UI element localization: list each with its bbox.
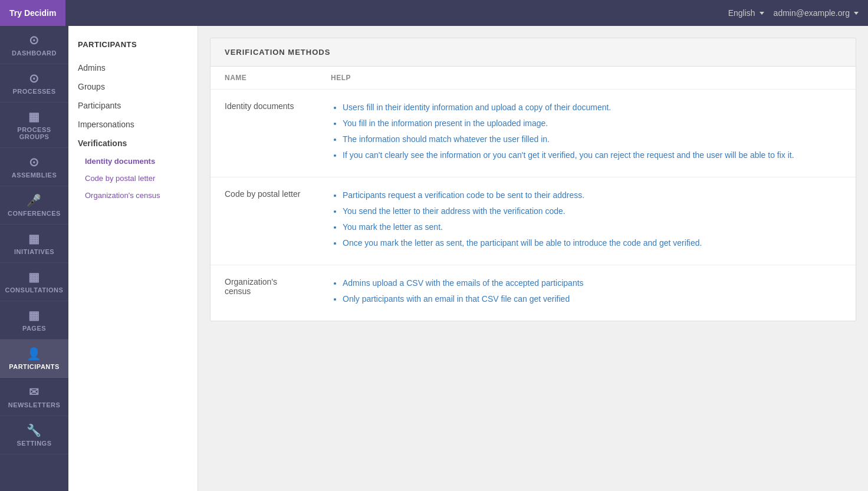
verification-methods-table: NAME HELP Identity documentsUsers fill i… — [211, 67, 856, 321]
topbar: Try Decidim English admin@example.org — [0, 0, 868, 26]
user-email-label: admin@example.org — [774, 8, 850, 18]
help-item: You send the letter to their address wit… — [343, 205, 841, 218]
main-layout: ⊙ DASHBOARD ⊙ PROCESSES ▦ PROCESS GROUPS… — [0, 26, 868, 491]
sidebar-item-label: PAGES — [22, 325, 46, 332]
sub-sidebar-link-admins[interactable]: Admins — [68, 58, 198, 77]
sidebar-item-label: PROCESSES — [13, 88, 56, 95]
help-item: The information should match whatever th… — [343, 133, 841, 146]
sub-sidebar-link-participants[interactable]: Participants — [68, 96, 198, 115]
assemblies-icon: ⊙ — [29, 155, 40, 169]
pages-icon: ▦ — [28, 308, 40, 322]
sidebar-item-label: CONFERENCES — [8, 210, 61, 217]
sub-sidebar-link-organizations-census[interactable]: Organization's census — [68, 187, 198, 204]
sub-sidebar-title: PARTICIPANTS — [68, 35, 198, 58]
col-help: HELP — [317, 67, 856, 90]
verification-methods-panel: VERIFICATION METHODS NAME HELP Identity … — [210, 38, 856, 321]
user-menu[interactable]: admin@example.org — [774, 8, 859, 18]
verification-method-name: Organization's census — [211, 265, 317, 321]
help-item: You fill in the information present in t… — [343, 117, 841, 130]
sub-sidebar-link-impersonations[interactable]: Impersonations — [68, 115, 198, 134]
topbar-left: Try Decidim — [9, 0, 65, 26]
sidebar-item-settings[interactable]: 🔧 SETTINGS — [0, 416, 68, 454]
verification-method-help: Participants request a verification code… — [317, 177, 856, 265]
sidebar-item-label: DASHBOARD — [12, 50, 57, 57]
try-decidim-button[interactable]: Try Decidim — [0, 0, 65, 26]
sidebar-item-initiatives[interactable]: ▦ INITIATIVES — [0, 225, 68, 263]
user-caret-icon — [854, 12, 859, 15]
sidebar-item-label: SETTINGS — [17, 440, 51, 447]
help-item: Users fill in their identity information… — [343, 101, 841, 114]
sidebar-item-label: PROCESS GROUPS — [2, 126, 66, 140]
help-item: If you can't clearly see the information… — [343, 149, 841, 162]
sidebar-item-conferences[interactable]: 🎤 CONFERENCES — [0, 186, 68, 225]
conferences-icon: 🎤 — [27, 193, 42, 207]
help-item: Participants request a verification code… — [343, 189, 841, 202]
sidebar-item-participants[interactable]: 👤 PARTICIPANTS — [0, 340, 68, 378]
sidebar-item-consultations[interactable]: ▦ CONSULTATIONS — [0, 263, 68, 301]
settings-icon: 🔧 — [27, 423, 42, 437]
help-item: Once you mark the letter as sent, the pa… — [343, 237, 841, 249]
content-area: VERIFICATION METHODS NAME HELP Identity … — [198, 26, 868, 491]
help-item: Only participants with an email in that … — [343, 293, 841, 305]
help-item: You mark the letter as sent. — [343, 221, 841, 233]
sidebar-item-label: ASSEMBLIES — [12, 172, 57, 179]
sidebar-item-label: CONSULTATIONS — [5, 286, 64, 294]
table-row: Code by postal letterParticipants reques… — [211, 177, 856, 265]
panel-header: VERIFICATION METHODS — [211, 38, 856, 67]
verification-method-name: Code by postal letter — [211, 177, 317, 265]
sub-sidebar-section-verifications[interactable]: Verifications — [68, 134, 198, 153]
sidebar-item-assemblies[interactable]: ⊙ ASSEMBLIES — [0, 148, 68, 186]
sidebar-item-pages[interactable]: ▦ PAGES — [0, 301, 68, 340]
participants-icon: 👤 — [27, 347, 42, 361]
sidebar-item-dashboard[interactable]: ⊙ DASHBOARD — [0, 26, 68, 64]
sidebar: ⊙ DASHBOARD ⊙ PROCESSES ▦ PROCESS GROUPS… — [0, 26, 68, 491]
help-item: Admins upload a CSV with the emails of t… — [343, 277, 841, 289]
sub-sidebar-link-groups[interactable]: Groups — [68, 77, 198, 96]
table-row: Organization's censusAdmins upload a CSV… — [211, 265, 856, 321]
verification-method-name: Identity documents — [211, 90, 317, 177]
panel-body: NAME HELP Identity documentsUsers fill i… — [211, 67, 856, 321]
processes-icon: ⊙ — [29, 71, 40, 85]
sidebar-item-label: NEWSLETTERS — [8, 401, 61, 408]
sub-sidebar-link-identity-documents[interactable]: Identity documents — [68, 153, 198, 170]
language-selector[interactable]: English — [728, 8, 764, 18]
consultations-icon: ▦ — [28, 270, 40, 284]
process-groups-icon: ▦ — [28, 110, 40, 124]
sidebar-item-newsletters[interactable]: ✉ NEWSLETTERS — [0, 378, 68, 416]
initiatives-icon: ▦ — [28, 232, 40, 246]
verification-method-help: Admins upload a CSV with the emails of t… — [317, 265, 856, 321]
sidebar-item-label: PARTICIPANTS — [9, 363, 60, 370]
newsletters-icon: ✉ — [29, 385, 40, 399]
verification-method-help: Users fill in their identity information… — [317, 90, 856, 177]
sidebar-item-processes[interactable]: ⊙ PROCESSES — [0, 64, 68, 103]
sub-sidebar-link-code-by-postal-letter[interactable]: Code by postal letter — [68, 170, 198, 187]
language-label: English — [728, 8, 755, 18]
sub-sidebar: PARTICIPANTS Admins Groups Participants … — [68, 26, 198, 491]
dashboard-icon: ⊙ — [29, 33, 40, 47]
sidebar-item-label: INITIATIVES — [14, 248, 54, 255]
language-caret-icon — [760, 12, 764, 15]
col-name: NAME — [211, 67, 317, 90]
topbar-right: English admin@example.org — [728, 8, 859, 18]
sidebar-item-process-groups[interactable]: ▦ PROCESS GROUPS — [0, 103, 68, 148]
table-row: Identity documentsUsers fill in their id… — [211, 90, 856, 177]
